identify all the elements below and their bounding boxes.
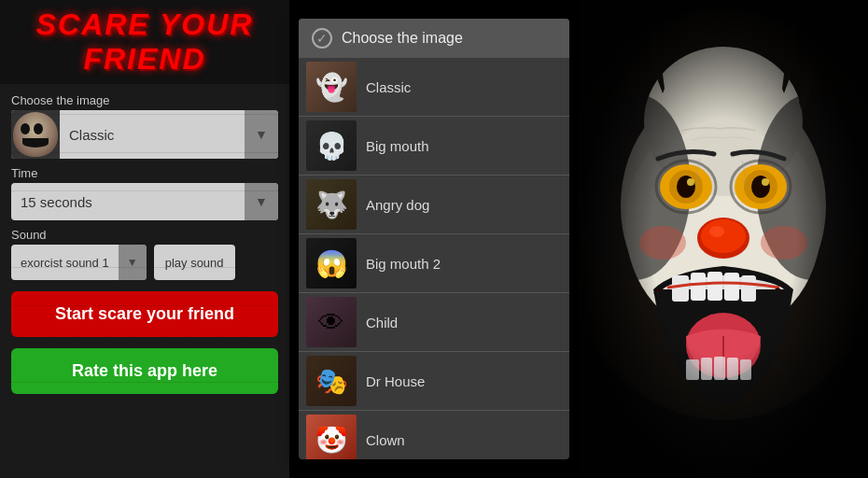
item-label: Big mouth	[366, 138, 429, 154]
image-dropdown-arrow[interactable]	[245, 110, 278, 159]
dropdown-header: ✓ Choose the image	[299, 19, 569, 58]
dropdown-item[interactable]: 👁Child	[299, 293, 569, 352]
item-label: Dr House	[366, 373, 425, 389]
clown-background	[579, 0, 868, 478]
dropdown-item[interactable]: 😱Big mouth 2	[299, 234, 569, 293]
ghost-face-icon	[13, 112, 58, 157]
selected-image-text: Classic	[60, 127, 245, 143]
choose-image-section: Choose the image Classic	[11, 93, 278, 159]
sound-row: exorcist sound 1 play sound	[11, 245, 278, 280]
time-dropdown-arrow[interactable]	[245, 183, 278, 220]
dropdown-item[interactable]: 💀Big mouth	[299, 117, 569, 176]
middle-panel: ✓ Choose the image 👻Classic💀Big mouth🐺An…	[289, 0, 579, 478]
sound-section: Sound exorcist sound 1 play sound	[11, 228, 278, 280]
image-thumbnail	[11, 110, 60, 159]
dropdown-item[interactable]: 🎭Dr House	[299, 352, 569, 411]
item-label: Child	[366, 315, 398, 330]
item-thumbnail: 👁	[306, 297, 357, 347]
dropdown-item[interactable]: 👻Classic	[299, 58, 569, 117]
time-label: Time	[11, 166, 278, 180]
time-section: Time 15 seconds	[11, 166, 278, 220]
clown-image	[579, 0, 868, 478]
sound-label: Sound	[11, 228, 278, 242]
selected-time-text: 15 seconds	[11, 194, 245, 210]
item-label: Big mouth 2	[366, 256, 441, 272]
dropdown-check-icon: ✓	[312, 28, 332, 49]
item-thumbnail: 👻	[306, 62, 357, 112]
item-thumbnail: 🤡	[306, 415, 357, 459]
item-label: Clown	[366, 432, 405, 448]
item-thumbnail: 💀	[306, 120, 357, 171]
dropdown-item[interactable]: 🐺Angry dog	[299, 176, 569, 234]
item-label: Angry dog	[366, 197, 429, 213]
left-content: Choose the image Classic Time 15 seconds…	[0, 84, 289, 403]
left-panel: SCARE YOUR FRIEND Choose the image Class…	[0, 0, 289, 478]
title-bar: SCARE YOUR FRIEND	[0, 0, 289, 84]
sound-selector[interactable]: exorcist sound 1	[11, 245, 147, 280]
dropdown-item[interactable]: 🤡Clown	[299, 411, 569, 459]
item-label: Classic	[366, 79, 411, 95]
right-panel	[579, 0, 868, 478]
choose-image-label: Choose the image	[11, 93, 278, 107]
play-sound-button[interactable]: play sound	[154, 245, 235, 280]
svg-rect-33	[579, 0, 868, 478]
dropdown-list: 👻Classic💀Big mouth🐺Angry dog😱Big mouth 2…	[299, 58, 569, 459]
time-selector[interactable]: 15 seconds	[11, 183, 278, 220]
item-thumbnail: 😱	[306, 238, 357, 288]
rate-app-button[interactable]: Rate this app here	[11, 348, 278, 394]
app-title: SCARE YOUR FRIEND	[9, 7, 280, 77]
item-thumbnail: 🐺	[306, 179, 357, 230]
sound-dropdown-arrow[interactable]	[119, 245, 147, 280]
start-scare-button[interactable]: Start scare your friend	[11, 291, 278, 337]
image-selector[interactable]: Classic	[11, 110, 278, 159]
dropdown-header-text: Choose the image	[342, 30, 463, 47]
item-thumbnail: 🎭	[306, 356, 357, 406]
image-dropdown-overlay: ✓ Choose the image 👻Classic💀Big mouth🐺An…	[299, 19, 569, 459]
selected-sound-text: exorcist sound 1	[11, 256, 119, 270]
